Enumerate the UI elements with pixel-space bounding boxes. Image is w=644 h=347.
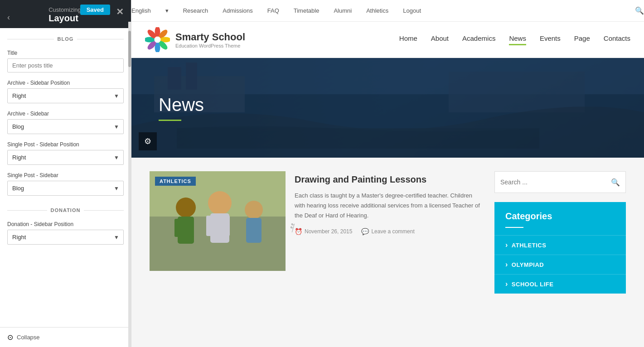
content-area: ATHLETICS 𝄿 Drawing and Painting Lessons… xyxy=(131,158,644,307)
scrollbar-thumb[interactable] xyxy=(128,31,131,67)
post-image-wrapper: ATHLETICS 𝄿 xyxy=(150,171,286,294)
customizer-content: BLOG Title Archive - Sidebar Position Ri… xyxy=(0,28,131,327)
site-content: English ▾ Research Admissions FAQ Timeta… xyxy=(131,0,644,347)
svg-rect-21 xyxy=(185,219,194,237)
nav-news[interactable]: News xyxy=(509,34,526,45)
single-post-sidebar-position-label: Single Post - Sidebar Position xyxy=(7,141,124,148)
hero-title: News xyxy=(159,95,204,115)
categories-item-school-life[interactable]: SCHOOL LIFE xyxy=(494,274,626,294)
logo-tagline: Education WordPress Theme xyxy=(175,43,245,48)
archive-sidebar-position-select[interactable]: Right Left None xyxy=(7,88,124,103)
hero-content: News xyxy=(159,95,204,121)
collapse-button[interactable]: ⊙ Collapse xyxy=(0,327,131,347)
hero-gear-button[interactable]: ⚙ xyxy=(139,132,157,150)
customizer-title: Customizing xyxy=(48,6,81,13)
hero-section: News ⚙ xyxy=(131,58,644,158)
archive-sidebar-wrapper: Blog Default None ▼ xyxy=(7,119,124,134)
nav-faq[interactable]: FAQ xyxy=(267,7,279,14)
secondary-nav: English ▾ Research Admissions FAQ Timeta… xyxy=(131,0,644,22)
collapse-icon: ⊙ xyxy=(7,333,13,342)
svg-rect-24 xyxy=(206,216,215,236)
categories-line xyxy=(505,227,523,228)
archive-sidebar-position-wrapper: Right Left None ▼ xyxy=(7,88,124,103)
categories-box: Categories ATHLETICS OLYMPIAD SCHOOL LIF… xyxy=(494,202,626,294)
archive-sidebar-group: Archive - Sidebar Blog Default None ▼ xyxy=(0,107,131,138)
single-post-sidebar-group: Single Post - Sidebar Blog Default None … xyxy=(0,169,131,199)
search-icon-top[interactable]: 🔍 xyxy=(635,6,644,15)
search-box: 🔍 xyxy=(494,171,626,193)
customizer-close-button[interactable]: ✕ xyxy=(116,6,124,17)
clock-icon: ⏰ xyxy=(295,228,302,235)
post-image-svg xyxy=(150,171,286,271)
nav-english[interactable]: English xyxy=(131,7,151,14)
saved-badge: Saved xyxy=(80,5,110,15)
donation-sidebar-position-group: Donation - Sidebar Position Right Left N… xyxy=(0,217,131,248)
comment-icon: 💬 xyxy=(361,228,369,235)
nav-page[interactable]: Page xyxy=(574,34,590,45)
nav-academics[interactable]: Academics xyxy=(462,34,495,45)
nav-contacts[interactable]: Contacts xyxy=(604,34,630,45)
nav-research[interactable]: Research xyxy=(183,7,208,14)
post-title[interactable]: Drawing and Painting Lessons xyxy=(295,174,481,185)
customizer-panel: ‹ Customizing Layout ✕ Saved BLOG Title … xyxy=(0,0,131,347)
posts-column: ATHLETICS 𝄿 Drawing and Painting Lessons… xyxy=(150,171,481,294)
scrollbar[interactable] xyxy=(128,22,131,347)
svg-rect-14 xyxy=(449,72,585,112)
primary-nav: Smarty School Education WordPress Theme … xyxy=(131,22,644,58)
svg-point-26 xyxy=(245,201,263,219)
post-comment: 💬 Leave a comment xyxy=(361,228,414,235)
nav-logout[interactable]: Logout xyxy=(403,7,421,14)
archive-sidebar-position-label: Archive - Sidebar Position xyxy=(7,80,124,86)
title-field-group: Title xyxy=(0,46,131,76)
archive-sidebar-label: Archive - Sidebar xyxy=(7,111,124,117)
svg-point-22 xyxy=(208,191,232,215)
nav-alumni[interactable]: Alumni xyxy=(334,7,352,14)
categories-item-athletics[interactable]: ATHLETICS xyxy=(494,235,626,255)
single-post-sidebar-select[interactable]: Blog Default None xyxy=(7,181,124,196)
search-icon[interactable]: 🔍 xyxy=(611,178,620,187)
single-post-sidebar-position-select[interactable]: Right Left None xyxy=(7,150,124,165)
customizer-subtitle: Layout xyxy=(48,13,81,24)
blog-section-header: BLOG xyxy=(0,28,131,46)
hero-line xyxy=(159,120,181,121)
archive-sidebar-select[interactable]: Blog Default None xyxy=(7,119,124,134)
post-info: Drawing and Painting Lessons Each class … xyxy=(295,171,481,294)
categories-title: Categories xyxy=(494,202,626,227)
customizer-header: ‹ Customizing Layout ✕ xyxy=(0,0,131,28)
nav-events[interactable]: Events xyxy=(540,34,561,45)
logo-icon xyxy=(145,27,170,52)
nav-timetable[interactable]: Timetable xyxy=(294,7,320,14)
single-post-sidebar-wrapper: Blog Default None ▼ xyxy=(7,181,124,196)
title-label: Title xyxy=(7,50,124,56)
svg-rect-12 xyxy=(168,67,181,90)
post-badge: ATHLETICS xyxy=(155,177,196,186)
nav-athletics[interactable]: Athletics xyxy=(366,7,388,14)
collapse-label: Collapse xyxy=(17,334,40,341)
sidebar-column: 🔍 Categories ATHLETICS OLYMPIAD SCHOOL L… xyxy=(494,171,626,294)
post-excerpt: Each class is taught by a Master's degre… xyxy=(295,191,481,221)
single-post-sidebar-position-group: Single Post - Sidebar Position Right Lef… xyxy=(0,138,131,169)
logo-text: Smarty School Education WordPress Theme xyxy=(175,31,245,48)
nav-about[interactable]: About xyxy=(431,34,449,45)
svg-rect-20 xyxy=(174,219,183,237)
nav-admissions[interactable]: Admissions xyxy=(223,7,252,14)
customizer-back-button[interactable]: ‹ xyxy=(7,13,10,22)
svg-point-18 xyxy=(176,198,196,217)
post-comment-text[interactable]: Leave a comment xyxy=(371,228,414,235)
archive-sidebar-position-group: Archive - Sidebar Position Right Left No… xyxy=(0,76,131,107)
donation-sidebar-position-label: Donation - Sidebar Position xyxy=(7,221,124,227)
main-nav: Home About Academics News Events Page Co… xyxy=(399,34,630,45)
nav-home[interactable]: Home xyxy=(399,34,417,45)
donation-sidebar-position-wrapper: Right Left None ▼ xyxy=(7,230,124,245)
post-image xyxy=(150,171,286,271)
categories-item-olympiad[interactable]: OLYMPIAD xyxy=(494,255,626,274)
svg-rect-25 xyxy=(221,216,230,236)
nav-english-arrow[interactable]: ▾ xyxy=(165,7,169,14)
post-date: ⏰ November 26, 2015 xyxy=(295,228,352,235)
single-post-sidebar-position-wrapper: Right Left None ▼ xyxy=(7,150,124,165)
search-input[interactable] xyxy=(500,178,611,186)
title-input[interactable] xyxy=(7,58,124,72)
logo-name: Smarty School xyxy=(175,31,245,43)
single-post-sidebar-label: Single Post - Sidebar xyxy=(7,172,124,178)
donation-sidebar-position-select[interactable]: Right Left None xyxy=(7,230,124,245)
